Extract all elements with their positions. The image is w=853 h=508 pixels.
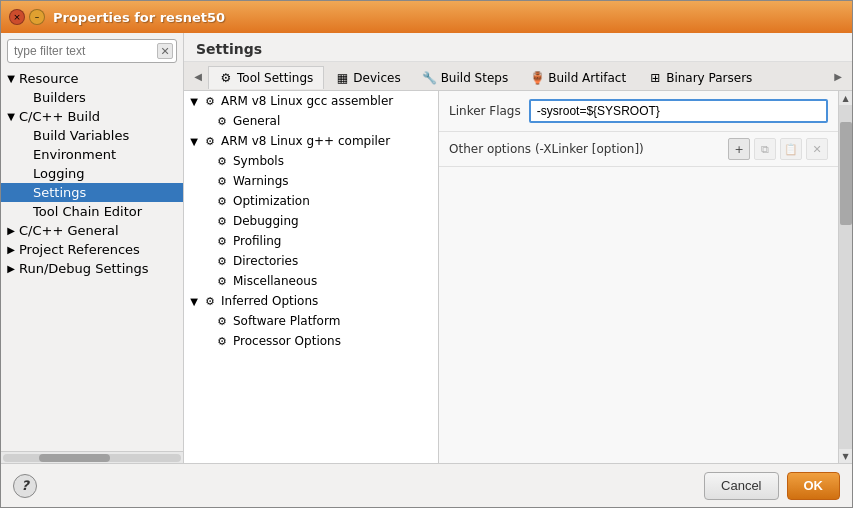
- clear-icon: ✕: [160, 45, 169, 58]
- tool-label-symbols: Symbols: [233, 154, 284, 168]
- tool-tree-item-miscellaneous[interactable]: ⚙Miscellaneous: [184, 271, 438, 291]
- tool-tree-item-processor-options[interactable]: ⚙Processor Options: [184, 331, 438, 351]
- sidebar-item-label-build-variables: Build Variables: [33, 128, 129, 143]
- sidebar-item-label-project-references: Project References: [19, 242, 140, 257]
- tool-tree-item-optimization[interactable]: ⚙Optimization: [184, 191, 438, 211]
- sidebar-scroll-track[interactable]: [3, 454, 181, 462]
- other-options-row: Other options (-XLinker [option]) + ⧉ 📋 …: [439, 132, 838, 167]
- tool-tree-item-arm-gpp[interactable]: ▼⚙ARM v8 Linux g++ compiler: [184, 131, 438, 151]
- tool-tree-item-directories[interactable]: ⚙Directories: [184, 251, 438, 271]
- tool-icon-general: ⚙: [214, 113, 230, 129]
- scroll-thumb: [840, 122, 852, 225]
- sidebar-item-resource[interactable]: ▼Resource: [1, 69, 183, 88]
- tool-expand-warnings: [200, 175, 212, 187]
- tool-tree-item-warnings[interactable]: ⚙Warnings: [184, 171, 438, 191]
- expand-arrow-environment: [19, 149, 31, 161]
- tool-expand-general: [200, 115, 212, 127]
- tool-tree-item-arm-assembler[interactable]: ▼⚙ARM v8 Linux gcc assembler: [184, 91, 438, 111]
- sidebar-item-tool-chain-editor[interactable]: Tool Chain Editor: [1, 202, 183, 221]
- tab-label-devices: Devices: [353, 71, 400, 85]
- cancel-button[interactable]: Cancel: [704, 472, 778, 500]
- tool-tree-item-profiling[interactable]: ⚙Profiling: [184, 231, 438, 251]
- sidebar-item-build-variables[interactable]: Build Variables: [1, 126, 183, 145]
- panel-body: ▼⚙ARM v8 Linux gcc assembler⚙General▼⚙AR…: [184, 91, 852, 463]
- tool-icon-profiling: ⚙: [214, 233, 230, 249]
- expand-arrow-logging: [19, 168, 31, 180]
- titlebar-controls: × –: [9, 9, 45, 25]
- tab-binary-parsers[interactable]: ⊞Binary Parsers: [637, 66, 763, 89]
- tool-label-directories: Directories: [233, 254, 298, 268]
- expand-arrow-cpp-build: ▼: [5, 111, 17, 123]
- sidebar-item-label-environment: Environment: [33, 147, 116, 162]
- scroll-down-button[interactable]: ▼: [839, 449, 853, 463]
- tool-label-warnings: Warnings: [233, 174, 289, 188]
- tool-tree-item-general[interactable]: ⚙General: [184, 111, 438, 131]
- sidebar-item-cpp-build[interactable]: ▼C/C++ Build: [1, 107, 183, 126]
- tab-devices[interactable]: ▦Devices: [324, 66, 411, 89]
- tab-tool-settings[interactable]: ⚙Tool Settings: [208, 66, 324, 89]
- linker-flags-input[interactable]: [529, 99, 828, 123]
- sidebar-scroll-thumb: [39, 454, 110, 462]
- expand-arrow-cpp-general: ▶: [5, 225, 17, 237]
- minimize-button[interactable]: –: [29, 9, 45, 25]
- sidebar-item-settings[interactable]: Settings: [1, 183, 183, 202]
- tool-tree-item-inferred-options[interactable]: ▼⚙Inferred Options: [184, 291, 438, 311]
- tab-build-steps[interactable]: 🔧Build Steps: [412, 66, 520, 89]
- tab-icon-binary-parsers: ⊞: [648, 71, 662, 85]
- dialog: × – Properties for resnet50 ✕ ▼ResourceB…: [0, 0, 853, 508]
- sidebar-item-builders[interactable]: Builders: [1, 88, 183, 107]
- other-options-copy-button[interactable]: ⧉: [754, 138, 776, 160]
- close-icon: ×: [13, 12, 21, 22]
- tool-tree-item-debugging[interactable]: ⚙Debugging: [184, 211, 438, 231]
- tab-label-build-steps: Build Steps: [441, 71, 509, 85]
- sidebar-item-label-run-debug-settings: Run/Debug Settings: [19, 261, 149, 276]
- other-options-paste-button[interactable]: 📋: [780, 138, 802, 160]
- settings-content: Linker Flags Other options (-XLinker [op…: [439, 91, 838, 463]
- tool-expand-arm-gpp: ▼: [188, 135, 200, 147]
- ok-button[interactable]: OK: [787, 472, 841, 500]
- sidebar-item-cpp-general[interactable]: ▶C/C++ General: [1, 221, 183, 240]
- close-button[interactable]: ×: [9, 9, 25, 25]
- sidebar-scrollbar: [1, 451, 183, 463]
- tab-icon-tool-settings: ⚙: [219, 71, 233, 85]
- right-panel: Settings ◀ ⚙Tool Settings▦Devices🔧Build …: [184, 33, 852, 463]
- tab-icon-devices: ▦: [335, 71, 349, 85]
- tool-icon-processor-options: ⚙: [214, 333, 230, 349]
- tab-label-binary-parsers: Binary Parsers: [666, 71, 752, 85]
- tab-prev-button[interactable]: ◀: [188, 62, 208, 90]
- linker-flags-label: Linker Flags: [449, 104, 521, 118]
- scroll-track[interactable]: [839, 105, 853, 449]
- filter-clear-button[interactable]: ✕: [157, 43, 173, 59]
- sidebar-item-run-debug-settings[interactable]: ▶Run/Debug Settings: [1, 259, 183, 278]
- linker-flags-row: Linker Flags: [439, 91, 838, 132]
- tool-tree-item-software-platform[interactable]: ⚙Software Platform: [184, 311, 438, 331]
- filter-input[interactable]: [7, 39, 177, 63]
- tool-label-miscellaneous: Miscellaneous: [233, 274, 317, 288]
- tool-label-general: General: [233, 114, 280, 128]
- sidebar-item-logging[interactable]: Logging: [1, 164, 183, 183]
- tool-expand-arm-assembler: ▼: [188, 95, 200, 107]
- sidebar-item-project-references[interactable]: ▶Project References: [1, 240, 183, 259]
- tool-expand-directories: [200, 255, 212, 267]
- tool-icon-optimization: ⚙: [214, 193, 230, 209]
- tool-label-inferred-options: Inferred Options: [221, 294, 318, 308]
- main-content: ✕ ▼ResourceBuilders▼C/C++ BuildBuild Var…: [1, 33, 852, 463]
- sidebar-item-label-tool-chain-editor: Tool Chain Editor: [33, 204, 142, 219]
- tab-build-artifact[interactable]: 🏺Build Artifact: [519, 66, 637, 89]
- sidebar-item-label-builders: Builders: [33, 90, 86, 105]
- tool-label-software-platform: Software Platform: [233, 314, 340, 328]
- other-options-add-button[interactable]: +: [728, 138, 750, 160]
- tool-expand-symbols: [200, 155, 212, 167]
- tool-label-arm-gpp: ARM v8 Linux g++ compiler: [221, 134, 390, 148]
- sidebar-item-environment[interactable]: Environment: [1, 145, 183, 164]
- sidebar-item-label-settings: Settings: [33, 185, 86, 200]
- tab-next-button[interactable]: ▶: [828, 62, 848, 90]
- expand-arrow-run-debug-settings: ▶: [5, 263, 17, 275]
- scroll-up-button[interactable]: ▲: [839, 91, 853, 105]
- tool-tree-item-symbols[interactable]: ⚙Symbols: [184, 151, 438, 171]
- expand-arrow-project-references: ▶: [5, 244, 17, 256]
- other-options-delete-button[interactable]: ✕: [806, 138, 828, 160]
- tool-tree: ▼⚙ARM v8 Linux gcc assembler⚙General▼⚙AR…: [184, 91, 439, 463]
- tool-icon-symbols: ⚙: [214, 153, 230, 169]
- help-button[interactable]: ?: [13, 474, 37, 498]
